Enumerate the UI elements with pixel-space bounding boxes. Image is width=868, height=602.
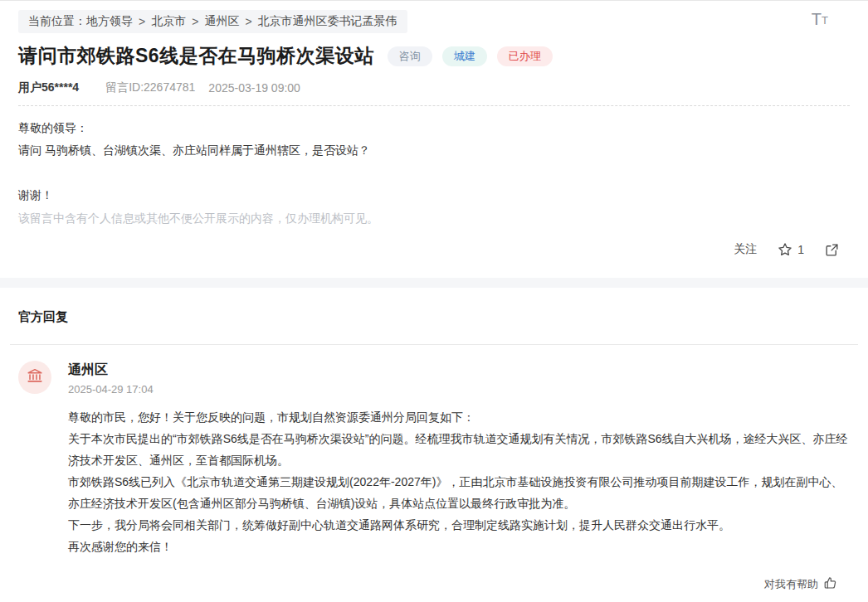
- section-divider: [10, 344, 858, 345]
- username: 用户56****4: [18, 80, 79, 95]
- font-size-small-t: T: [822, 15, 828, 26]
- page-title: 请问市郊铁路S6线是否在马驹桥次渠设站: [18, 43, 374, 69]
- question-thanks: 谢谢！: [18, 184, 850, 206]
- breadcrumb-separator: >: [139, 15, 145, 28]
- tag-status-badge: 已办理: [497, 46, 553, 66]
- message-detail-page: 当前位置： 地方领导 > 北京市 > 通州区 > 北京市通州区委书记孟景伟 TT…: [0, 1, 868, 602]
- reply-item: 通州区 2025-04-29 17:04 尊敬的市民，您好！关于您反映的问题，市…: [18, 361, 850, 557]
- reply-timestamp: 2025-04-29 17:04: [68, 383, 850, 396]
- favorite-button[interactable]: 1: [777, 241, 804, 258]
- breadcrumb-label: 当前位置：: [28, 14, 86, 29]
- reply-paragraph: 下一步，我分局将会同相关部门，统筹做好副中心轨道交通路网体系研究，合理制定线路实…: [68, 514, 848, 536]
- section-separator-band: [0, 278, 868, 288]
- share-icon: [824, 242, 840, 258]
- question-actions: 关注 1: [18, 241, 850, 258]
- government-building-icon: [26, 367, 44, 388]
- question-content: 请问 马驹桥镇、台湖镇次渠、亦庄站同样属于通州辖区，是否设站？: [18, 139, 850, 162]
- reply-section-title: 官方回复: [18, 309, 850, 325]
- helpful-row: 对我有帮助: [18, 575, 850, 593]
- question-card: 当前位置： 地方领导 > 北京市 > 通州区 > 北京市通州区委书记孟景伟 TT…: [0, 1, 868, 258]
- official-reply-section: 官方回复 通州区 2025-04-29 17:04: [0, 309, 868, 593]
- title-row: 请问市郊铁路S6线是否在马驹桥次渠设站 咨询 城建 已办理: [18, 43, 850, 69]
- reply-paragraph: 市郊铁路S6线已列入《北京市轨道交通第三期建设规划(2022年-2027年)》，…: [68, 471, 848, 514]
- breadcrumb-item-city[interactable]: 北京市: [151, 14, 186, 29]
- avatar: [18, 361, 51, 394]
- question-body: 尊敬的领导： 请问 马驹桥镇、台湖镇次渠、亦庄站同样属于通州辖区，是否设站？ 谢…: [18, 117, 850, 230]
- star-count: 1: [797, 243, 804, 256]
- dashed-divider: [18, 105, 850, 106]
- font-size-toggle-icon[interactable]: TT: [812, 11, 828, 27]
- reply-body: 尊敬的市民，您好！关于您反映的问题，市规划自然资源委通州分局回复如下： 关于本次…: [68, 406, 850, 557]
- message-id: 留言ID:22674781: [105, 80, 195, 95]
- follow-label: 关注: [734, 242, 757, 257]
- breadcrumb-separator: >: [192, 15, 198, 28]
- helpful-label: 对我有帮助: [764, 577, 818, 592]
- question-timestamp: 2025-03-19 09:00: [208, 81, 300, 95]
- breadcrumb-item-platform[interactable]: 地方领导: [86, 14, 133, 29]
- question-salutation: 尊敬的领导：: [18, 117, 850, 139]
- reply-paragraph: 尊敬的市民，您好！关于您反映的问题，市规划自然资源委通州分局回复如下：: [68, 406, 848, 428]
- breadcrumb-item-district[interactable]: 通州区: [204, 14, 239, 29]
- star-icon: [777, 241, 793, 258]
- follow-button[interactable]: 关注: [734, 242, 757, 257]
- reply-content: 通州区 2025-04-29 17:04 尊敬的市民，您好！关于您反映的问题，市…: [68, 361, 850, 557]
- breadcrumb: 当前位置： 地方领导 > 北京市 > 通州区 > 北京市通州区委书记孟景伟: [18, 10, 407, 33]
- breadcrumb-separator: >: [245, 15, 251, 28]
- helpful-button[interactable]: 对我有帮助: [764, 575, 838, 593]
- reply-paragraph: 关于本次市民提出的“市郊铁路S6线是否在马驹桥次渠设站”的问题。经梳理我市轨道交…: [68, 428, 848, 471]
- tag-topic: 城建: [442, 46, 487, 66]
- question-meta: 用户56****4 留言ID:22674781 2025-03-19 09:00: [18, 80, 850, 95]
- breadcrumb-item-leader[interactable]: 北京市通州区委书记孟景伟: [258, 14, 397, 29]
- thumbs-up-icon: [823, 575, 838, 593]
- privacy-note: 该留言中含有个人信息或其他不便公开展示的内容，仅办理机构可见。: [18, 207, 850, 230]
- share-button[interactable]: [824, 242, 840, 258]
- reply-paragraph: 再次感谢您的来信！: [68, 536, 848, 557]
- tag-category: 咨询: [388, 46, 432, 66]
- font-size-big-t: T: [812, 11, 822, 27]
- reply-org-name: 通州区: [68, 362, 850, 379]
- tag-list: 咨询 城建 已办理: [388, 46, 553, 66]
